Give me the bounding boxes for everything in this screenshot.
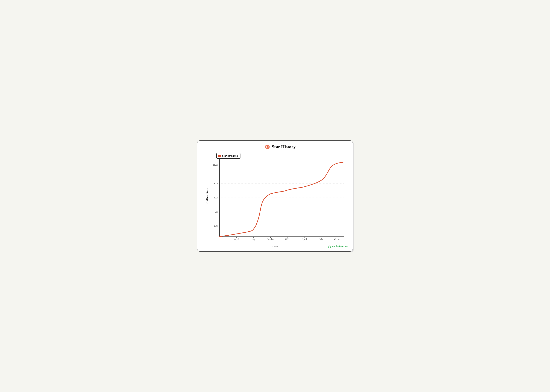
- legend-label: SigNoz/signoz: [222, 154, 238, 157]
- watermark: star-history.com: [328, 245, 348, 248]
- star-history-line: [220, 162, 343, 237]
- y-tick-10k: 10.0k: [213, 164, 218, 166]
- eye-icon: [265, 144, 270, 149]
- watermark-text: star-history.com: [332, 245, 348, 248]
- svg-point-3: [267, 146, 267, 147]
- y-tick-8k: 8.0k: [214, 182, 218, 185]
- legend-box: SigNoz/signoz: [216, 153, 240, 159]
- svg-marker-18: [328, 245, 331, 248]
- y-tick-4k: 4.0k: [214, 210, 218, 213]
- x-tick-october-2022: October: [334, 238, 342, 240]
- x-axis-label: Date: [272, 245, 278, 248]
- x-tick-october-2021: October: [267, 238, 274, 240]
- x-tick-april-2022: April: [302, 238, 307, 240]
- y-tick-6k: 6.0k: [214, 196, 218, 199]
- x-tick-april-2021: April: [234, 238, 239, 240]
- chart-svg: 2.0k 4.0k 6.0k 8.0k 10.0k April July Oct…: [213, 151, 348, 244]
- legend-color-swatch: [218, 155, 221, 157]
- chart-container: Star History GitHub Stars Date SigNoz/si…: [197, 140, 353, 252]
- star-history-logo-icon: [328, 245, 331, 248]
- chart-area: 2.0k 4.0k 6.0k 8.0k 10.0k April July Oct…: [213, 151, 348, 244]
- x-tick-2022: 2022: [285, 238, 290, 240]
- y-axis-label: GitHub Stars: [206, 189, 209, 203]
- y-tick-2k: 2.0k: [214, 225, 218, 227]
- chart-title: Star History: [213, 144, 348, 149]
- x-tick-july-2022: July: [319, 238, 323, 240]
- x-tick-july-2021: July: [251, 238, 255, 240]
